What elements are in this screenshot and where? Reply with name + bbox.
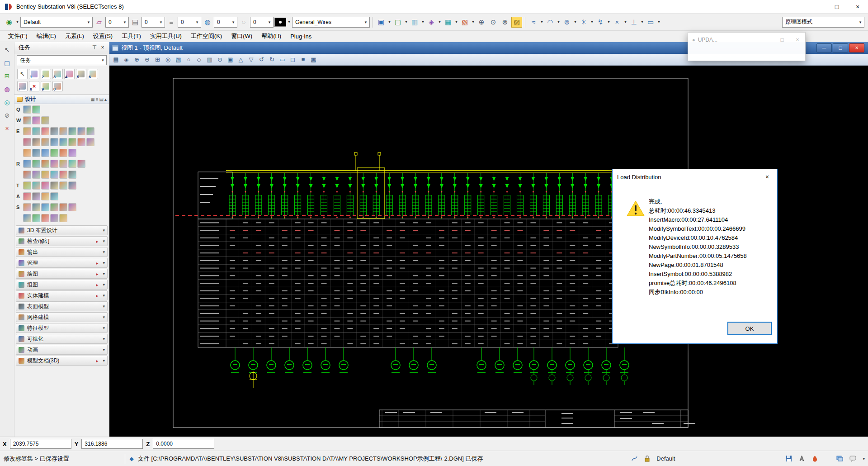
section-13[interactable]: 模型文档(3D)▸▾ [16,356,108,366]
design-tool-icon[interactable] [23,171,31,179]
task-tool-8[interactable]: ×8 [29,81,39,91]
chevron-down-icon[interactable]: ▾ [103,337,105,341]
design-tool-icon[interactable] [68,203,76,211]
dropdown-caret-icon[interactable]: ▾ [471,20,475,24]
section-8[interactable]: 表面模型▾ [16,301,108,311]
design-tool-icon[interactable] [41,214,49,222]
measure-indicator[interactable] [795,455,808,462]
pin-icon[interactable]: ⊤ [90,44,99,51]
delete-tool-icon[interactable]: × [3,124,11,133]
saved-views-icon[interactable]: ▩ [309,55,318,64]
ok-button[interactable]: OK [727,322,772,335]
chevron-down-icon[interactable]: ▾ [103,250,105,254]
attr-combo-5[interactable]: 0▾ [250,17,274,28]
view-attributes-icon[interactable]: ◈ [122,55,131,64]
updater-close-button[interactable]: × [790,33,805,47]
break-icon[interactable]: × [612,17,623,28]
design-tool-icon[interactable] [59,149,67,157]
section-10[interactable]: 特征模型▾ [16,323,108,333]
highlight-tool-icon[interactable]: ▨ [511,17,522,28]
design-tool-icon[interactable] [41,203,49,211]
task-tool-3[interactable]: 3 [52,69,63,79]
design-tool-icon[interactable] [59,181,67,190]
menu-item-6[interactable]: 实用工具(U) [146,31,186,42]
design-tool-icon[interactable] [50,214,58,222]
zoom-in-icon[interactable]: ⊕ [132,55,141,64]
design-tool-icon[interactable] [59,203,67,211]
chevron-down-icon[interactable]: ▾ [103,315,105,319]
design-tool-icon[interactable] [32,116,40,124]
fence-icon[interactable]: ▭ [645,17,656,28]
updater-maximize-button[interactable]: □ [774,33,790,47]
design-tool-icon[interactable] [77,138,85,146]
section-6[interactable]: 组图▸▾ [16,280,108,290]
catalog-icon[interactable]: ◈ [426,17,437,28]
dropdown-caret-icon[interactable]: ▾ [404,20,408,24]
design-tool-icon[interactable] [23,149,31,157]
display-styles-icon[interactable]: ≡ [299,55,307,64]
active-workflow[interactable]: Default [653,455,678,462]
filter-icon[interactable]: ▧ [459,17,470,28]
task-tool-4[interactable]: 4 [64,69,75,79]
section-7[interactable]: 实体建模▸▾ [16,290,108,300]
dropdown-caret-icon[interactable]: ▾ [640,20,644,24]
wire-type-combo[interactable]: General_Wires▾ [292,17,370,28]
chevron-down-icon[interactable]: ▾ [103,239,105,243]
design-tool-icon[interactable] [41,171,49,179]
design-tool-icon[interactable] [50,203,58,211]
line-preview-swatch[interactable] [274,18,286,27]
design-tool-icon[interactable] [68,149,76,157]
project-manager-icon[interactable]: ▣ [376,17,387,28]
design-tool-icon[interactable] [32,105,40,114]
design-tool-icon[interactable] [23,160,31,168]
menu-item-1[interactable]: 文件(F) [4,31,32,42]
minimize-button[interactable]: ─ [806,0,826,13]
task-combobox[interactable]: 任务 ▾ [17,55,107,65]
clip-mask-icon[interactable]: ▽ [247,55,255,64]
schematic-mode-combo[interactable]: 原理图模式▾ [782,17,864,28]
list-view-icon[interactable]: ≡ [96,97,99,102]
design-tool-icon[interactable] [41,127,49,135]
collapse-icon[interactable]: ▴ [104,97,107,102]
design-tool-icon[interactable] [41,116,49,124]
weight-icon[interactable]: ≡ [166,17,177,28]
dialog-titlebar[interactable]: Load Distribution × [613,169,777,185]
design-tool-icon[interactable] [23,105,31,114]
alert-indicator[interactable] [808,455,821,462]
delete-wire-icon[interactable]: ⊗ [500,17,510,28]
undo-view-icon[interactable]: ↺ [257,55,266,64]
detail-view-icon[interactable]: ▤ [99,97,104,102]
pointer-tool[interactable]: ↖ [17,69,28,79]
design-tool-icon[interactable] [23,214,31,222]
section-9[interactable]: 网格建模▾ [16,312,108,322]
class-icon[interactable]: ◌ [238,17,249,28]
view-next-icon[interactable]: ⊙ [216,55,224,64]
render-icon[interactable]: ◻ [288,55,297,64]
insert-icon[interactable]: ⊕ [476,17,487,28]
attr-combo-4[interactable]: 0▾ [214,17,237,28]
dialog-close-button[interactable]: × [757,169,777,185]
fence-tool-icon[interactable]: ⊞ [3,72,11,80]
chevron-down-icon[interactable]: ▾ [103,358,105,363]
design-tool-icon[interactable] [32,149,40,157]
design-tool-icon[interactable] [50,160,58,168]
panel-close-icon[interactable]: × [99,44,107,51]
design-tool-icon[interactable] [23,116,31,124]
grid-view-icon[interactable]: ▦ [90,97,94,102]
view-minimize-button[interactable]: ─ [816,43,832,52]
attributes-icon[interactable]: ◉ [4,17,14,28]
attr-combo-1[interactable]: 0▾ [105,17,129,28]
design-tool-icon[interactable] [32,192,40,200]
section-1[interactable]: 3D 布置设计▾ [16,225,108,235]
design-tool-icon[interactable] [59,127,67,135]
chevron-down-icon[interactable]: ▾ [103,271,105,276]
menu-item-2[interactable]: 编辑(E) [32,31,61,42]
design-tool-icon[interactable] [23,181,31,190]
design-tool-icon[interactable] [68,181,76,190]
view-restore-button[interactable]: □ [833,43,848,52]
dropdown-caret-icon[interactable]: ▾ [623,20,627,24]
attr-combo-3[interactable]: 0▾ [178,17,201,28]
dropdown-caret-icon[interactable]: ▾ [387,20,392,24]
design-tool-icon[interactable] [68,171,76,179]
menu-item-7[interactable]: 工作空间(K) [186,31,226,42]
